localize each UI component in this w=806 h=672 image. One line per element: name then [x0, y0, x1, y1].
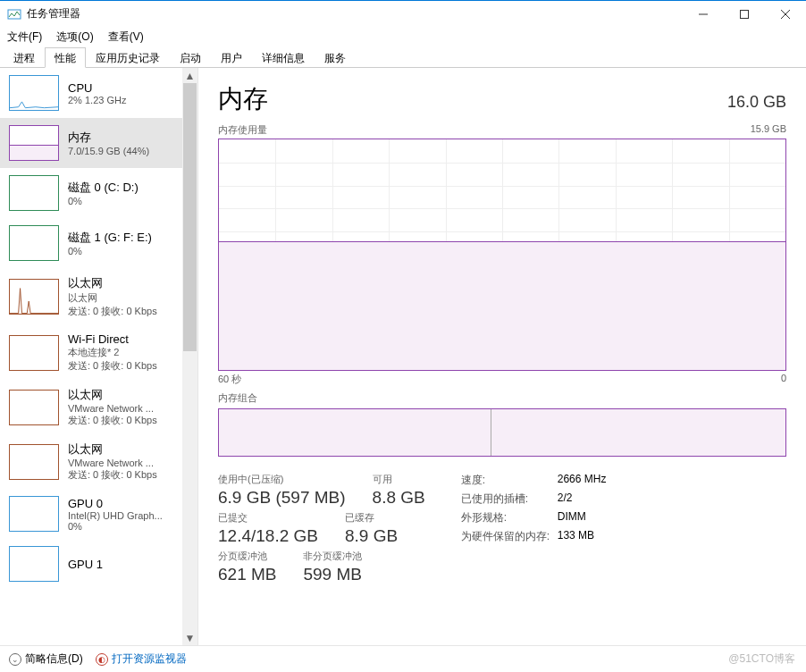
sidebar-thumb-chart [9, 225, 59, 261]
sidebar-item-sub2: 发送: 0 接收: 0 Kbps [68, 414, 177, 427]
footer: ⌄ 简略信息(D) ◐ 打开资源监视器 [0, 645, 806, 672]
tab-4[interactable]: 用户 [211, 47, 252, 68]
sidebar-item-8[interactable]: GPU 0Intel(R) UHD Graph...0% [0, 489, 182, 539]
memory-capacity: 16.0 GB [727, 93, 786, 112]
stat-cached: 已缓存 8.9 GB [345, 511, 398, 546]
sidebar-item-title: CPU [68, 81, 177, 95]
titlebar: 任务管理器 [0, 0, 806, 27]
x-axis-right: 0 [781, 373, 786, 386]
close-button[interactable] [765, 1, 806, 28]
minimize-button[interactable] [683, 1, 724, 28]
watermark: @51CTO博客 [728, 651, 795, 667]
stat-nonpaged-pool: 非分页缓冲池 599 MB [303, 550, 362, 584]
page-title: 内存 [218, 82, 268, 116]
sidebar-item-sub2: 发送: 0 接收: 0 Kbps [68, 359, 177, 373]
composition-divider [491, 409, 491, 456]
x-axis-left: 60 秒 [218, 373, 241, 386]
sidebar-item-title: 以太网 [68, 387, 177, 403]
fewer-details-link[interactable]: ⌄ 简略信息(D) [9, 651, 83, 667]
scroll-thumb[interactable] [183, 83, 197, 351]
sidebar-item-title: Wi-Fi Direct [68, 332, 177, 346]
scroll-up-icon[interactable]: ▲ [182, 68, 197, 83]
sidebar-item-2[interactable]: 磁盘 0 (C: D:)0% [0, 168, 182, 218]
sidebar-item-1[interactable]: 内存7.0/15.9 GB (44%) [0, 118, 182, 168]
tab-5[interactable]: 详细信息 [252, 47, 315, 68]
sidebar-thumb-chart [9, 496, 59, 532]
tab-6[interactable]: 服务 [315, 47, 356, 68]
sidebar-item-title: 以太网 [68, 441, 177, 458]
sidebar-item-sub: 0% [68, 196, 177, 206]
sidebar-scrollbar[interactable]: ▲ ▼ [182, 68, 197, 645]
chart-fill-area [219, 241, 785, 370]
main-panel: 内存 16.0 GB 内存使用量 15.9 GB 60 秒 0 内存组合 使用中… [198, 68, 806, 645]
sidebar-thumb-chart [9, 279, 59, 315]
sidebar-item-title: 磁盘 0 (C: D:) [68, 180, 177, 196]
sidebar-item-sub2: 发送: 0 接收: 0 Kbps [68, 305, 177, 318]
sidebar-item-3[interactable]: 磁盘 1 (G: F: E:)0% [0, 218, 182, 268]
memory-composition-chart [218, 408, 786, 457]
sidebar-thumb-chart [9, 125, 59, 161]
sidebar-item-title: 以太网 [68, 275, 177, 291]
stat-paged-pool: 分页缓冲池 621 MB [218, 550, 276, 584]
sidebar-item-sub: 本地连接* 2 [68, 346, 177, 359]
sidebar-thumb-chart [9, 390, 59, 425]
maximize-button[interactable] [724, 1, 765, 28]
sidebar-item-title: 磁盘 1 (G: F: E:) [68, 230, 177, 246]
app-icon [7, 7, 21, 21]
sidebar-item-title: 内存 [68, 130, 177, 146]
menubar: 文件(F) 选项(O) 查看(V) [0, 27, 806, 46]
open-resmon-link[interactable]: ◐ 打开资源监视器 [96, 651, 187, 667]
sidebar-item-title: GPU 0 [68, 497, 177, 510]
sidebar-item-sub: 以太网 [68, 291, 177, 305]
tab-1[interactable]: 性能 [45, 47, 86, 68]
sidebar-item-0[interactable]: CPU2% 1.23 GHz [0, 68, 182, 118]
tab-0[interactable]: 进程 [4, 47, 45, 68]
stats-details: 速度:2666 MHz 已使用的插槽:2/2 外形规格:DIMM 为硬件保留的内… [461, 473, 607, 584]
sidebar-item-9[interactable]: GPU 1 [0, 539, 182, 589]
sidebar-item-sub: VMware Network ... [68, 458, 177, 468]
sidebar-item-sub: Intel(R) UHD Graph... [68, 510, 177, 521]
usage-chart-max: 15.9 GB [751, 123, 786, 137]
menu-view[interactable]: 查看(V) [108, 29, 144, 45]
sidebar-item-6[interactable]: 以太网VMware Network ...发送: 0 接收: 0 Kbps [0, 380, 182, 434]
usage-chart-label: 内存使用量 [218, 123, 267, 137]
sidebar-item-sub: VMware Network ... [68, 403, 177, 414]
sidebar-thumb-chart [9, 335, 59, 371]
svg-rect-2 [741, 10, 749, 18]
sidebar-thumb-chart [9, 175, 59, 211]
window-title: 任务管理器 [27, 6, 80, 21]
tab-2[interactable]: 应用历史记录 [86, 47, 170, 68]
composition-label: 内存组合 [218, 391, 257, 405]
sidebar-item-5[interactable]: Wi-Fi Direct本地连接* 2发送: 0 接收: 0 Kbps [0, 325, 182, 380]
scroll-down-icon[interactable]: ▼ [182, 630, 197, 645]
sidebar: CPU2% 1.23 GHz内存7.0/15.9 GB (44%)磁盘 0 (C… [0, 68, 198, 645]
menu-options[interactable]: 选项(O) [56, 29, 93, 45]
sidebar-item-4[interactable]: 以太网以太网发送: 0 接收: 0 Kbps [0, 268, 182, 325]
menu-file[interactable]: 文件(F) [7, 29, 42, 45]
tabstrip: 进程性能应用历史记录启动用户详细信息服务 [0, 46, 806, 68]
sidebar-item-sub2: 0% [68, 521, 177, 532]
sidebar-item-title: GPU 1 [68, 558, 177, 571]
sidebar-item-sub2: 发送: 0 接收: 0 Kbps [68, 468, 177, 482]
sidebar-item-7[interactable]: 以太网VMware Network ...发送: 0 接收: 0 Kbps [0, 434, 182, 489]
sidebar-thumb-chart [9, 546, 59, 582]
sidebar-item-sub: 0% [68, 246, 177, 256]
sidebar-item-sub: 2% 1.23 GHz [68, 95, 177, 105]
sidebar-item-sub: 7.0/15.9 GB (44%) [68, 146, 177, 156]
stat-committed: 已提交 12.4/18.2 GB [218, 511, 318, 546]
tab-3[interactable]: 启动 [170, 47, 211, 68]
stat-available: 可用 8.8 GB [373, 473, 425, 508]
chevron-down-icon: ⌄ [9, 653, 21, 666]
stat-in-use: 使用中(已压缩) 6.9 GB (597 MB) [218, 473, 346, 508]
sidebar-thumb-chart [9, 75, 59, 111]
resmon-icon: ◐ [96, 653, 108, 666]
memory-usage-chart [218, 139, 786, 371]
sidebar-thumb-chart [9, 444, 59, 480]
